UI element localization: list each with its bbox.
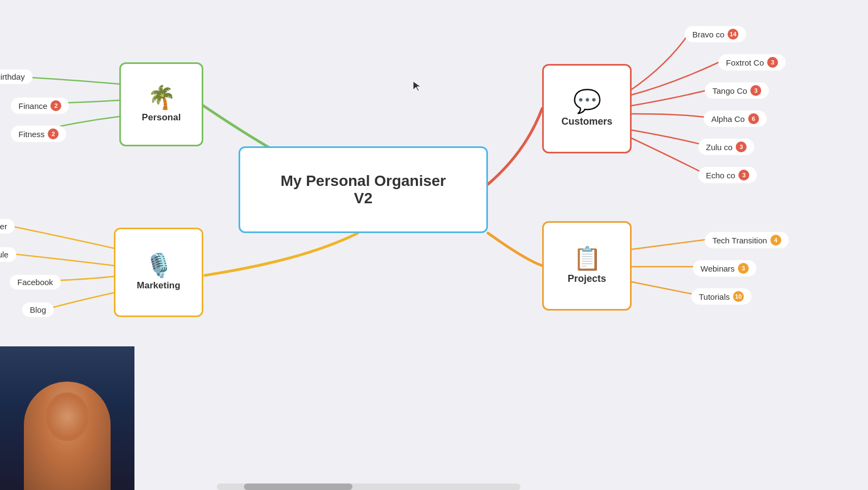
marketing-label: Marketing	[137, 280, 180, 291]
customers-branch-zulu[interactable]: Zulu co 3	[698, 139, 754, 155]
personal-branch-finance[interactable]: Finance 2	[11, 98, 69, 114]
fitness-badge: 2	[48, 128, 59, 139]
center-node-label: My Personal OrganiserV2	[280, 172, 446, 207]
personal-branch-larry[interactable]: Larry birthday	[0, 69, 33, 84]
cursor	[412, 80, 423, 91]
finance-badge: 2	[50, 100, 61, 111]
customers-branch-echo[interactable]: Echo co 3	[698, 167, 757, 183]
tech-badge: 4	[770, 235, 781, 246]
marketing-branch-blog[interactable]: Blog	[22, 302, 54, 317]
tutorials-badge: 10	[733, 291, 744, 302]
foxtrot-badge: 3	[767, 57, 778, 68]
webcam-overlay	[0, 346, 134, 490]
svg-marker-0	[413, 81, 421, 91]
zulu-badge: 3	[736, 141, 747, 152]
center-node[interactable]: My Personal OrganiserV2	[239, 146, 488, 233]
webcam-person	[0, 346, 134, 490]
tango-badge: 3	[750, 85, 761, 96]
projects-label: Projects	[568, 273, 606, 285]
customers-label: Customers	[561, 116, 612, 127]
customers-node[interactable]: 💬 Customers	[542, 64, 632, 153]
marketing-icon: 🎙️	[145, 254, 173, 277]
personal-node[interactable]: 🌴 Personal	[119, 62, 203, 146]
projects-node[interactable]: 📋 Projects	[542, 221, 632, 311]
alpha-badge: 6	[748, 113, 759, 124]
webinars-badge: 3	[738, 263, 749, 274]
customers-branch-foxtrot[interactable]: Foxtrot Co 3	[718, 54, 786, 70]
projects-icon: 📋	[573, 247, 601, 270]
echo-badge: 3	[738, 170, 749, 180]
customers-branch-bravo[interactable]: Bravo co 14	[685, 26, 746, 42]
horizontal-scrollbar[interactable]	[217, 483, 520, 490]
customers-icon: 💬	[573, 90, 601, 113]
marketing-node[interactable]: 🎙️ Marketing	[114, 228, 203, 317]
bravo-badge: 14	[728, 29, 738, 40]
projects-branch-tutorials[interactable]: Tutorials 10	[691, 288, 751, 305]
personal-label: Personal	[142, 112, 181, 123]
customers-branch-alpha[interactable]: Alpha Co 6	[704, 111, 767, 127]
projects-branch-webinars[interactable]: Webinars 3	[693, 260, 756, 276]
projects-branch-tech[interactable]: Tech Transition 4	[705, 232, 789, 248]
scrollbar-thumb[interactable]	[244, 483, 352, 490]
personal-icon: 🌴	[147, 86, 176, 109]
marketing-branch-newsletter[interactable]: il newsletter	[0, 219, 15, 234]
personal-branch-fitness[interactable]: Fitness 2	[11, 126, 66, 142]
marketing-branch-facebook[interactable]: Facebook	[10, 275, 61, 289]
customers-branch-tango[interactable]: Tango Co 3	[705, 82, 769, 99]
marketing-branch-schedule[interactable]: ter schedule	[0, 247, 16, 262]
